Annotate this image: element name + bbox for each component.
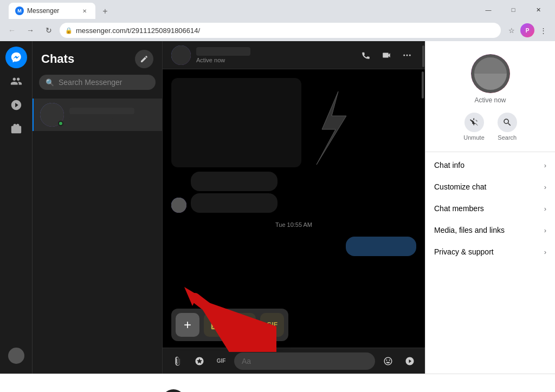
url-text: messenger.com/t/29111250891806614/ [76,27,495,35]
message-bubble [191,172,278,191]
menu-item-chat-info[interactable]: Chat info › [425,154,555,176]
unmute-action[interactable]: Unmute [463,113,485,141]
search-action[interactable]: Search [498,113,517,141]
messages-area[interactable]: Tue 10:55 AM [163,69,425,348]
nav-sidebar [0,41,33,374]
image-upload-button[interactable] [204,313,228,337]
video-call-button[interactable] [377,46,396,64]
chat-area: Active now [163,41,425,374]
menu-label-customize-chat: Customize chat [434,182,486,191]
chat-status: Active now [196,57,351,63]
menu-item-privacy-support[interactable]: Privacy & support › [425,241,555,263]
chat-header: Active now [163,41,425,69]
tab-favicon: M [15,6,24,15]
attachment-button[interactable] [169,352,186,370]
scroll-thumb [422,71,424,99]
received-image-block [171,78,301,167]
browser-tab[interactable]: M Messenger ✕ [9,3,95,19]
emoji-button[interactable] [379,352,397,370]
tab-close-button[interactable]: ✕ [80,6,89,15]
instruction-area: 2 Click the plus (+) button to create po… [0,374,555,392]
gif-button[interactable]: GIF [260,313,284,337]
browser-action-buttons: ☆ P ⋮ [504,23,551,38]
chat-name [196,47,250,56]
profile-button[interactable]: P [520,23,534,37]
chevron-icon-3: › [544,205,546,213]
minimize-button[interactable]: — [476,2,501,17]
svg-marker-3 [317,92,346,165]
right-panel-avatar [471,54,510,93]
svg-point-1 [406,54,408,56]
maximize-button[interactable]: □ [501,2,526,17]
step-badge: 2 [162,389,185,393]
divider [425,152,555,152]
chevron-icon-2: › [544,183,546,191]
gif-input-button[interactable]: GIF [212,352,230,370]
close-button[interactable]: ✕ [526,2,551,17]
chat-header-actions [357,46,416,64]
new-chat-button[interactable] [135,50,153,68]
menu-label-media-files: Media, files and links [434,226,505,234]
search-button[interactable] [498,113,517,132]
sticker-input-button[interactable] [191,352,208,370]
right-panel-status: Active now [474,96,506,104]
chat-list-title: Chats [41,52,74,66]
avatar [40,103,64,127]
refresh-button[interactable]: ↻ [41,23,56,38]
browser-chrome: M Messenger ✕ + — □ ✕ ← → ↻ 🔒 messenger.… [0,0,555,41]
unmute-label: Unmute [463,134,485,141]
chat-header-avatar [171,45,191,65]
forward-button[interactable]: → [23,23,38,38]
back-button[interactable]: ← [4,23,20,38]
sent-message-bubble [346,237,416,256]
menu-item-customize-chat[interactable]: Customize chat › [425,176,555,198]
sticker-button[interactable] [232,313,256,337]
menu-item-chat-members[interactable]: Chat members › [425,198,555,219]
menu-label-chat-info: Chat info [434,161,464,169]
chat-list-item[interactable] [33,99,162,131]
chat-header-info: Active now [196,47,351,63]
search-bar[interactable]: 🔍 [39,75,156,90]
reactions-button[interactable] [401,352,418,370]
tab-bar: M Messenger ✕ + [4,1,117,19]
search-label: Search [498,134,517,141]
more-options-button[interactable] [398,46,416,64]
nav-archive-icon[interactable] [5,118,27,140]
message-row-sent [171,237,416,256]
chat-list-header: Chats [33,41,162,73]
tab-title: Messenger [27,7,77,15]
chevron-icon-5: › [544,248,546,256]
nav-messenger-icon[interactable] [5,47,27,68]
app-container: Chats 🔍 [0,41,555,374]
right-panel: Active now Unmute Search [425,41,555,374]
message-input[interactable] [234,352,375,370]
unmute-button[interactable] [464,113,484,132]
address-bar-row: ← → ↻ 🔒 messenger.com/t/2911125089180661… [0,19,555,41]
nav-settings-icon[interactable] [8,348,24,364]
nav-people-icon[interactable] [5,70,27,92]
bookmarks-button[interactable]: ☆ [504,23,519,38]
lock-icon: 🔒 [65,27,73,34]
menu-label-chat-members: Chat members [434,204,484,213]
browser-titlebar: M Messenger ✕ + — □ ✕ [0,0,555,19]
new-tab-button[interactable]: + [98,4,113,19]
input-area: GIF [163,348,425,374]
nav-stories-icon[interactable] [5,94,27,116]
more-options-button[interactable]: ⋮ [535,23,551,38]
right-panel-action-buttons: Unmute Search [463,113,517,141]
online-indicator [58,121,63,126]
svg-point-0 [403,54,405,56]
chevron-icon-4: › [544,226,546,234]
chevron-icon: › [544,161,546,169]
search-input[interactable] [59,78,153,87]
call-button[interactable] [357,46,375,64]
message-row-received [171,78,416,167]
plus-button[interactable]: + [176,313,199,337]
menu-item-media-files[interactable]: Media, files and links › [425,219,555,241]
search-icon: 🔍 [46,79,54,87]
window-controls: — □ ✕ [476,2,551,17]
svg-point-2 [409,54,411,56]
toolbar-popup: + GIF [171,309,288,341]
address-bar[interactable]: 🔒 messenger.com/t/29111250891806614/ [60,23,501,38]
message-timestamp: Tue 10:55 AM [171,221,416,228]
